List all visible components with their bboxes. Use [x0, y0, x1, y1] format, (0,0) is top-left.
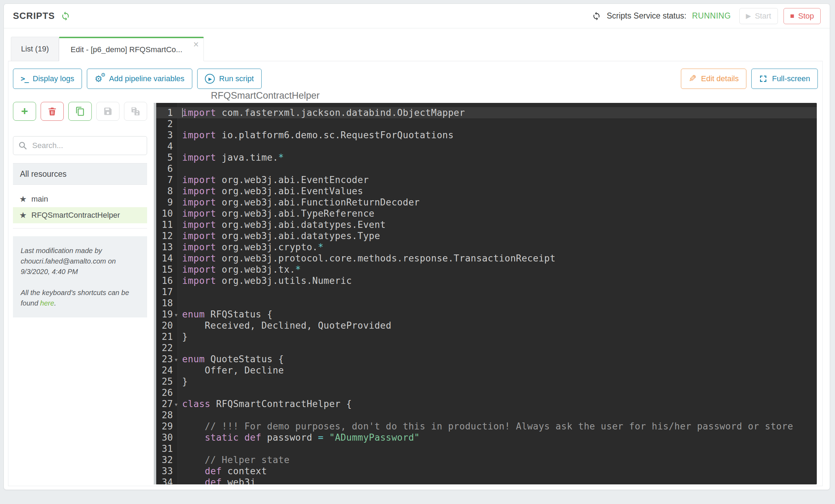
- code-text: class RFQSmartContractHelper {: [179, 399, 352, 409]
- code-line: 16import org.web3j.utils.Numeric: [154, 275, 817, 286]
- code-text: import com.fasterxml.jackson.databind.Ob…: [179, 107, 465, 118]
- delete-button[interactable]: [41, 102, 64, 121]
- shortcuts-link[interactable]: here: [40, 299, 54, 307]
- code-line: 33 def context: [154, 465, 817, 477]
- line-number: 31: [156, 443, 173, 454]
- tab-edit-label: Edit - [p6_demo] RFQSmartCo...: [70, 45, 182, 54]
- code-line: 26: [154, 387, 817, 398]
- tab-content-panel: >_ Display logs ⚙⚙ Add pipeline variable…: [8, 61, 823, 486]
- page-title: SCRIPTS: [13, 10, 55, 21]
- code-lines: 1import com.fasterxml.jackson.databind.O…: [154, 103, 817, 484]
- sidebar: + All resources: [13, 102, 147, 486]
- pencil-icon: ✎: [689, 73, 697, 84]
- display-logs-button[interactable]: >_ Display logs: [13, 69, 82, 89]
- refresh-icon[interactable]: [61, 11, 70, 21]
- fold-arrow-icon[interactable]: ▾: [173, 399, 179, 410]
- actions-left-group: >_ Display logs ⚙⚙ Add pipeline variable…: [13, 69, 262, 90]
- code-line: 2: [154, 118, 817, 130]
- code-line: 23▾enum QuoteStatus {: [154, 354, 817, 365]
- code-line: 28: [154, 410, 817, 421]
- code-text: [179, 298, 182, 308]
- run-script-button[interactable]: ▶ Run script: [197, 69, 262, 89]
- close-icon[interactable]: ×: [193, 40, 199, 49]
- play-circle-icon: ▶: [205, 74, 215, 84]
- full-screen-label: Full-screen: [772, 74, 810, 83]
- start-button-label: Start: [755, 12, 771, 21]
- resource-list: ★ main ★ RFQSmartContractHelper: [13, 191, 147, 229]
- last-modification-note: Last modification made by choucri.fahed@…: [21, 245, 139, 277]
- code-text: import org.web3j.abi.FunctionReturnDecod…: [179, 197, 420, 208]
- line-number: 32: [156, 454, 173, 465]
- start-button[interactable]: ▶ Start: [739, 8, 778, 24]
- code-line: 8import org.web3j.abi.EventValues: [154, 186, 817, 197]
- tab-edit[interactable]: Edit - [p6_demo] RFQSmartCo... ×: [59, 37, 203, 61]
- line-number: 18: [156, 298, 173, 309]
- service-status-label: Scripts Service status:: [607, 11, 686, 21]
- full-screen-button[interactable]: Full-screen: [751, 69, 818, 89]
- shortcuts-text: All the keyboard's shortcuts can be foun…: [21, 289, 129, 307]
- code-editor[interactable]: 1import com.fasterxml.jackson.databind.O…: [154, 103, 817, 484]
- line-number: 30: [156, 432, 173, 443]
- code-line: 21}: [154, 331, 817, 342]
- code-text: // Helper state: [179, 455, 290, 465]
- resource-item-label: main: [32, 195, 48, 204]
- search-icon: [18, 141, 27, 150]
- code-text: import org.web3j.abi.EventEncoder: [179, 175, 369, 185]
- code-line: 34 def web3j: [154, 477, 817, 484]
- code-line: 15import org.web3j.tx.*: [154, 264, 817, 275]
- save-all-icon: [130, 106, 141, 117]
- save-all-button[interactable]: [124, 102, 147, 121]
- search-box: [13, 136, 147, 155]
- line-number: 27: [156, 398, 173, 410]
- code-line: 10import org.web3j.abi.TypeReference: [154, 208, 817, 219]
- code-line: 5import java.time.*: [154, 152, 817, 163]
- add-pipeline-variables-label: Add pipeline variables: [109, 74, 184, 83]
- line-number: 15: [156, 264, 173, 275]
- line-number: 34: [156, 477, 173, 484]
- gears-icon: ⚙⚙: [95, 75, 102, 83]
- groovy-logo-icon: ★: [19, 195, 27, 203]
- line-number: 22: [156, 342, 173, 354]
- line-number: 16: [156, 275, 173, 286]
- code-text: import org.web3j.abi.EventValues: [179, 186, 363, 196]
- tab-list-label: List (19): [21, 44, 49, 54]
- stop-button[interactable]: ■ Stop: [784, 8, 821, 24]
- tab-list[interactable]: List (19): [11, 37, 59, 61]
- code-line: 22: [154, 342, 817, 354]
- service-refresh-icon[interactable]: [592, 12, 601, 21]
- fold-arrow-icon[interactable]: ▾: [173, 354, 179, 365]
- duplicate-button[interactable]: [68, 102, 91, 121]
- search-input[interactable]: [13, 136, 147, 155]
- edit-details-label: Edit details: [701, 74, 739, 83]
- line-number: 9: [156, 197, 173, 208]
- code-line: 12import org.web3j.abi.datatypes.Type: [154, 230, 817, 241]
- line-number: 19: [156, 309, 173, 320]
- code-text: def context: [179, 466, 267, 476]
- line-number: 25: [156, 376, 173, 387]
- code-line: 29 // !!! For demo purposes, don't do th…: [154, 421, 817, 432]
- resource-item-main[interactable]: ★ main: [13, 191, 147, 207]
- code-text: [179, 141, 182, 152]
- code-line: 4: [154, 141, 817, 152]
- save-button[interactable]: [96, 102, 119, 121]
- code-text: }: [179, 376, 188, 387]
- line-number: 5: [156, 152, 173, 163]
- code-text: [179, 119, 182, 129]
- resource-item-rfqsmartcontracthelper[interactable]: ★ RFQSmartContractHelper: [13, 207, 147, 223]
- code-text: [179, 343, 182, 353]
- fold-arrow-icon[interactable]: ▾: [173, 309, 179, 321]
- code-text: import java.time.*: [179, 152, 284, 163]
- play-icon: ▶: [746, 12, 751, 20]
- line-number: 17: [156, 286, 173, 298]
- add-pipeline-variables-button[interactable]: ⚙⚙ Add pipeline variables: [87, 69, 192, 89]
- code-line: 14import org.web3j.protocol.core.methods…: [154, 253, 817, 264]
- editor-scrollbar[interactable]: [154, 103, 156, 484]
- add-button[interactable]: +: [13, 102, 36, 121]
- shortcuts-text-suffix: .: [54, 299, 56, 307]
- edit-details-button[interactable]: ✎ Edit details: [681, 69, 746, 89]
- code-line: 3import io.platform6.demo.sc.RequestForQ…: [154, 130, 817, 141]
- code-text: import org.web3j.crypto.*: [179, 242, 324, 252]
- code-line: 6: [154, 163, 817, 174]
- line-number: 23: [156, 354, 173, 365]
- code-line: 9import org.web3j.abi.FunctionReturnDeco…: [154, 197, 817, 208]
